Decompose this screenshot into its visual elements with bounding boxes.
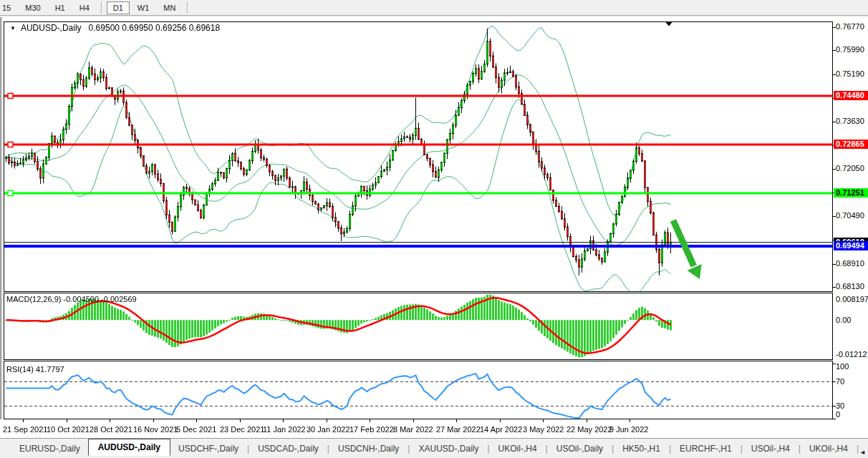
date-label: 28 Oct 2021 bbox=[90, 425, 132, 434]
date-axis-tick bbox=[456, 419, 457, 422]
timeframe-button-15[interactable]: 15 bbox=[0, 1, 17, 14]
date-axis-tick bbox=[370, 419, 370, 422]
timeframe-button-H1[interactable]: H1 bbox=[49, 1, 72, 14]
chart-ohlc-header: ▼AUDUSD-,Daily0.69500 0.69950 0.69256 0.… bbox=[10, 23, 220, 33]
date-axis-tick bbox=[500, 419, 501, 422]
price-tick-label: 0.76770 bbox=[836, 22, 864, 31]
timeframe-button-M30[interactable]: M30 bbox=[19, 1, 47, 14]
date-axis-tick bbox=[23, 419, 24, 422]
date-axis-tick bbox=[67, 419, 67, 422]
date-axis-tick bbox=[153, 419, 154, 422]
date-axis-tick bbox=[110, 419, 110, 422]
price-line-label-0.69494: 0.69494 bbox=[834, 241, 868, 250]
price-axis[interactable]: 0.008197 0.00 -0.012121 0.767700.759900.… bbox=[833, 17, 868, 438]
window-edge bbox=[0, 17, 2, 438]
date-label: 8 Mar 2022 bbox=[393, 425, 433, 434]
price-tick-label: 0.70490 bbox=[836, 211, 864, 220]
date-axis-tick bbox=[413, 419, 414, 422]
price-tick-label: 0.73630 bbox=[836, 117, 864, 126]
price-chart-canvas[interactable] bbox=[4, 21, 833, 419]
chart-tab-usdcnh-daily[interactable]: USDCNH-,Daily bbox=[330, 442, 407, 456]
timeframe-toolbar: 15M30H1H4D1W1MN bbox=[0, 0, 868, 16]
price-tick-label: 0.68130 bbox=[836, 282, 864, 291]
price-tick-label: 0.75190 bbox=[836, 69, 864, 79]
date-label: 16 Nov 2021 bbox=[133, 425, 178, 434]
date-label: 23 Dec 2021 bbox=[220, 425, 264, 434]
tab-scroll-left-icon[interactable]: ◄ bbox=[859, 449, 866, 456]
chart-tab-hk50-h1[interactable]: HK50-,H1 bbox=[614, 442, 668, 456]
price-line-label-0.74480: 0.74480 bbox=[834, 91, 868, 100]
date-label: 30 Jan 2022 bbox=[307, 425, 350, 434]
chart-tab-audusd-daily[interactable]: AUDUSD-,Daily bbox=[88, 439, 170, 456]
date-axis-tick bbox=[240, 419, 241, 422]
date-axis[interactable]: 21 Sep 202110 Oct 202128 Oct 202116 Nov … bbox=[0, 419, 833, 438]
rsi-scale-label: 100 bbox=[836, 362, 849, 371]
chart-tab-eurchf-h1[interactable]: EURCHF-,H1 bbox=[672, 442, 740, 456]
chart-tab-usdcad-daily[interactable]: USDCAD-,Daily bbox=[250, 442, 327, 456]
chart-tab-usdchf-daily[interactable]: USDCHF-,Daily bbox=[170, 442, 246, 456]
date-label: 21 Sep 2021 bbox=[3, 425, 47, 434]
chart-tab-usoil-daily[interactable]: USOil-,Daily bbox=[549, 442, 611, 456]
rsi-axis-tick bbox=[833, 419, 836, 419]
symbol-dropdown-icon[interactable]: ▼ bbox=[10, 25, 16, 31]
rsi-axis-tick bbox=[833, 364, 836, 364]
macd-indicator-label: MACD(12,26,9) -0.004500 -0.002569 bbox=[6, 295, 137, 303]
date-label: 22 May 2022 bbox=[566, 425, 612, 434]
toolbar-separator bbox=[101, 2, 102, 14]
macd-scale-max: 0.008197 bbox=[836, 295, 868, 304]
rsi-axis-tick bbox=[833, 406, 836, 406]
trading-platform-window: 15M30H1H4D1W1MN ▼AUDUSD-,Daily0.69500 0.… bbox=[0, 0, 868, 458]
price-tick-label: 0.72050 bbox=[836, 164, 864, 173]
price-tick-label: 0.68910 bbox=[836, 259, 864, 268]
chart-tab-ukoil-h4[interactable]: UKOil-,H4 bbox=[491, 442, 545, 456]
date-label: 9 Jun 2022 bbox=[609, 425, 648, 434]
chart-window: ▼AUDUSD-,Daily0.69500 0.69950 0.69256 0.… bbox=[0, 17, 868, 438]
date-label: 11 Jan 2022 bbox=[263, 425, 306, 434]
rsi-indicator-label: RSI(14) 41.7797 bbox=[6, 365, 64, 374]
chart-tab-bar: EURUSD-,DailyAUDUSD-,DailyUSDCHF-,Daily|… bbox=[0, 438, 868, 458]
timeframe-button-D1[interactable]: D1 bbox=[107, 1, 130, 14]
rsi-axis-tick bbox=[833, 381, 836, 382]
timeframe-button-MN[interactable]: MN bbox=[157, 1, 182, 14]
symbol-label: AUDUSD-,Daily bbox=[21, 23, 82, 33]
date-label: 27 Mar 2022 bbox=[436, 425, 481, 434]
toolbar-separator bbox=[187, 2, 188, 14]
chart-tab-ukoil-h4[interactable]: UKOil-,H4 bbox=[801, 442, 856, 456]
ohlc-values: 0.69500 0.69950 0.69256 0.69618 bbox=[89, 23, 221, 33]
date-label: 5 Dec 2021 bbox=[176, 425, 216, 434]
price-tick-label: 0.75990 bbox=[836, 45, 864, 54]
chart-tab-usoil-h4[interactable]: USOil-,H4 bbox=[743, 442, 798, 456]
date-axis-tick bbox=[543, 419, 544, 422]
chart-tab-eurusd-daily[interactable]: EURUSD-,Daily bbox=[11, 442, 88, 456]
date-label: 17 Feb 2022 bbox=[349, 425, 394, 434]
macd-scale-min: -0.012121 bbox=[836, 350, 868, 359]
date-axis-tick bbox=[630, 419, 630, 422]
timeframe-button-H4[interactable]: H4 bbox=[73, 1, 96, 14]
macd-scale-zero: 0.00 bbox=[836, 316, 851, 325]
chart-tab-xauusd-daily[interactable]: XAUUSD-,Daily bbox=[410, 442, 486, 456]
date-label: 3 May 2022 bbox=[523, 425, 564, 434]
price-line-label-0.71251: 0.71251 bbox=[834, 188, 868, 198]
rsi-scale-label: 70 bbox=[836, 377, 844, 386]
date-label: 10 Oct 2021 bbox=[47, 425, 90, 434]
date-axis-tick bbox=[196, 419, 197, 422]
date-axis-tick bbox=[327, 419, 327, 422]
date-axis-tick bbox=[587, 419, 587, 422]
price-line-label-0.72865: 0.72865 bbox=[834, 140, 868, 149]
date-axis-tick bbox=[283, 419, 284, 422]
timeframe-button-W1[interactable]: W1 bbox=[131, 1, 156, 14]
date-label: 14 Apr 2022 bbox=[480, 425, 522, 434]
rsi-scale-label: 0 bbox=[836, 410, 840, 419]
